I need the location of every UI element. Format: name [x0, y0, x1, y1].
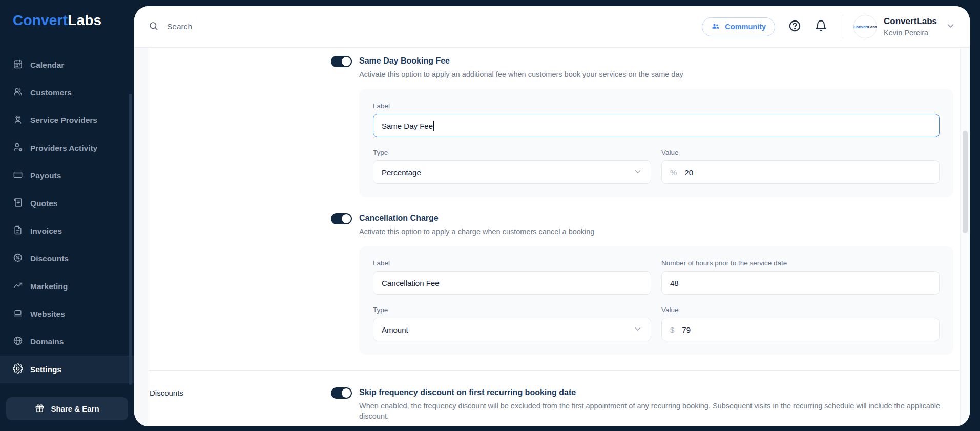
avatar-logo-text: Convert [853, 25, 868, 29]
share-earn-button[interactable]: Share & Earn [6, 397, 128, 420]
sidebar-nav: Calendar Customers Service Providers Pro… [0, 51, 134, 383]
account-avatar[interactable]: ConvertLabs [853, 15, 877, 38]
sidebar-item-settings[interactable]: Settings [0, 356, 134, 383]
sidebar-item-label: Quotes [30, 199, 57, 208]
websites-icon [13, 308, 23, 320]
sidebar-item-label: Payouts [30, 171, 61, 180]
payouts-icon [13, 170, 23, 182]
help-button[interactable] [788, 19, 801, 34]
account-name: ConvertLabs [884, 16, 937, 27]
value-field-caption: Value [661, 306, 940, 314]
dollar-prefix: $ [670, 325, 674, 334]
cancellation-title: Cancellation Charge [359, 213, 594, 224]
account-menu-button[interactable] [946, 21, 955, 33]
marketing-icon [13, 280, 23, 293]
logo-text-labs: Labs [68, 12, 101, 28]
skip-frequency-discount-title: Skip frequency discount on first recurri… [359, 387, 948, 398]
value-field-caption: Value [661, 149, 940, 156]
same-day-toggle[interactable] [331, 56, 352, 67]
header-divider [841, 15, 841, 38]
sidebar-item-label: Marketing [30, 282, 68, 291]
community-button[interactable]: Community [702, 17, 775, 36]
sidebar-item-label: Service Providers [30, 116, 97, 125]
sidebar-item-label: Websites [30, 310, 65, 319]
sidebar-item-customers[interactable]: Customers [0, 79, 134, 107]
same-day-type-select[interactable]: Percentage [373, 160, 651, 184]
gift-icon [35, 403, 45, 415]
cancellation-toggle[interactable] [331, 213, 352, 224]
sidebar-item-discounts[interactable]: Discounts [0, 245, 134, 273]
same-day-title: Same Day Booking Fee [359, 55, 683, 67]
sidebar-item-label: Calendar [30, 60, 64, 70]
account-info[interactable]: ConvertLabs Kevin Pereira [884, 16, 937, 37]
cancellation-description: Activate this option to apply a charge w… [359, 227, 594, 237]
sidebar-item-domains[interactable]: Domains [0, 328, 134, 356]
help-circle-icon [788, 19, 801, 34]
chevron-down-icon [633, 324, 642, 335]
chevron-down-icon [946, 24, 955, 32]
logo-text-convert: Convert [13, 12, 68, 28]
same-day-value-input[interactable]: % 20 [661, 160, 940, 184]
cancellation-panel: Label Cancellation Fee Number of hours p… [359, 246, 953, 355]
same-day-label-input[interactable]: Same Day Fee [373, 114, 940, 137]
sidebar-item-label: Customers [30, 88, 72, 97]
sidebar-item-invoices[interactable]: Invoices [0, 217, 134, 245]
cancellation-section: Cancellation Charge Activate this option… [149, 213, 960, 355]
community-label: Community [725, 23, 766, 31]
hours-field-caption: Number of hours prior to the service dat… [661, 259, 940, 267]
same-day-section: Same Day Booking Fee Activate this optio… [149, 55, 960, 197]
sidebar-item-payouts[interactable]: Payouts [0, 162, 134, 190]
discounts-section-label: Discounts [150, 387, 331, 397]
providers-activity-icon [13, 142, 23, 154]
user-name: Kevin Pereira [884, 28, 937, 37]
same-day-panel: Label Same Day Fee Type Percentage [359, 89, 953, 197]
sidebar-item-providers-activity[interactable]: Providers Activity [0, 134, 134, 162]
sidebar-item-label: Settings [30, 365, 61, 374]
notifications-button[interactable] [815, 19, 827, 34]
sidebar-item-websites[interactable]: Websites [0, 300, 134, 328]
toggle-knob [342, 57, 351, 66]
sidebar: ConvertLabs Calendar Customers Service P… [0, 0, 134, 431]
text-caret [433, 121, 434, 131]
sidebar-item-quotes[interactable]: Quotes [0, 190, 134, 217]
search-placeholder: Search [167, 22, 192, 31]
toggle-knob [342, 214, 351, 223]
sidebar-item-marketing[interactable]: Marketing [0, 273, 134, 300]
quotes-icon [13, 197, 23, 210]
share-earn-label: Share & Earn [51, 404, 99, 413]
section-divider [149, 370, 960, 371]
same-day-description: Activate this option to apply an additio… [359, 69, 683, 79]
content-scrollbar-track [960, 48, 970, 426]
domains-icon [13, 336, 23, 348]
invoices-icon [13, 225, 23, 237]
toggle-knob [342, 388, 351, 398]
search-icon [149, 21, 158, 33]
sidebar-item-label: Domains [30, 337, 64, 346]
skip-frequency-discount-description: When enabled, the frequency discount wil… [359, 401, 948, 421]
chevron-down-icon [633, 167, 642, 178]
service-providers-icon [13, 114, 23, 127]
cancellation-hours-input[interactable]: 48 [661, 271, 940, 295]
sidebar-item-label: Invoices [30, 227, 62, 236]
customers-icon [13, 87, 23, 99]
cancellation-type-select[interactable]: Amount [373, 318, 651, 341]
community-people-icon [711, 22, 720, 32]
sidebar-item-label: Discounts [30, 254, 69, 263]
content-scrollbar-thumb[interactable] [963, 131, 968, 233]
bell-icon [815, 19, 827, 34]
type-field-caption: Type [373, 306, 651, 314]
cancellation-value-input[interactable]: $ 79 [661, 318, 940, 341]
discounts-icon [13, 253, 23, 265]
sidebar-item-label: Providers Activity [30, 143, 97, 153]
cancellation-label-input[interactable]: Cancellation Fee [373, 271, 651, 295]
settings-gear-icon [13, 363, 23, 376]
search-input[interactable]: Search [149, 21, 702, 33]
content-left-gutter [134, 48, 148, 426]
sidebar-scrollbar[interactable] [129, 94, 132, 385]
sidebar-item-calendar[interactable]: Calendar [0, 51, 134, 79]
sidebar-item-service-providers[interactable]: Service Providers [0, 107, 134, 134]
calendar-icon [13, 59, 23, 71]
percent-prefix: % [670, 168, 677, 177]
type-field-caption: Type [373, 149, 651, 156]
skip-frequency-discount-toggle[interactable] [331, 387, 352, 399]
